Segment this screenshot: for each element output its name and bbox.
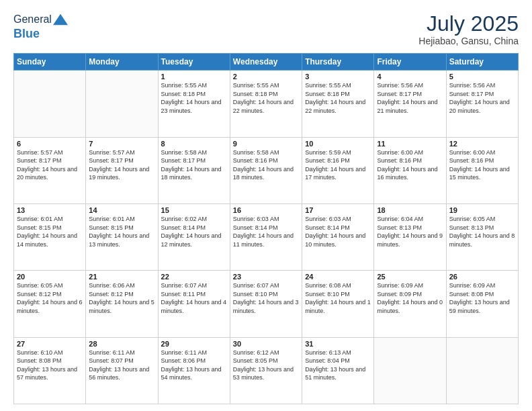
month-title: July 2025 [418, 12, 519, 36]
day-number: 2 [233, 73, 299, 81]
day-number: 23 [233, 273, 299, 281]
table-cell: 20Sunrise: 6:05 AM Sunset: 8:12 PM Dayli… [14, 271, 86, 337]
calendar-week-row: 1Sunrise: 5:55 AM Sunset: 8:18 PM Daylig… [14, 71, 519, 137]
cell-info: Sunrise: 6:00 AM Sunset: 8:16 PM Dayligh… [377, 148, 443, 182]
cell-info: Sunrise: 6:07 AM Sunset: 8:11 PM Dayligh… [161, 281, 227, 315]
day-number: 17 [305, 206, 371, 214]
day-number: 30 [233, 340, 299, 348]
day-number: 15 [161, 206, 227, 214]
cell-info: Sunrise: 6:11 AM Sunset: 8:07 PM Dayligh… [89, 349, 154, 382]
cell-info: Sunrise: 6:07 AM Sunset: 8:10 PM Dayligh… [233, 281, 299, 315]
table-cell: 12Sunrise: 6:00 AM Sunset: 8:16 PM Dayli… [446, 137, 518, 203]
cell-info: Sunrise: 6:11 AM Sunset: 8:06 PM Dayligh… [161, 349, 227, 382]
table-cell: 22Sunrise: 6:07 AM Sunset: 8:11 PM Dayli… [158, 271, 230, 337]
cell-info: Sunrise: 6:02 AM Sunset: 8:14 PM Dayligh… [161, 215, 227, 248]
table-cell: 1Sunrise: 5:55 AM Sunset: 8:18 PM Daylig… [158, 71, 230, 137]
day-number: 27 [17, 340, 83, 348]
day-number: 16 [233, 206, 299, 214]
cell-info: Sunrise: 5:55 AM Sunset: 8:18 PM Dayligh… [233, 81, 299, 115]
table-cell: 3Sunrise: 5:55 AM Sunset: 8:18 PM Daylig… [302, 71, 374, 137]
location-title: Hejiabao, Gansu, China [418, 36, 519, 46]
day-number: 25 [377, 273, 443, 281]
header-monday: Monday [86, 54, 158, 71]
day-number: 14 [89, 206, 154, 214]
logo-blue: Blue [13, 27, 68, 41]
table-cell: 13Sunrise: 6:01 AM Sunset: 8:15 PM Dayli… [14, 203, 86, 270]
title-block: July 2025 Hejiabao, Gansu, China [418, 12, 519, 46]
day-number: 13 [17, 206, 83, 214]
table-cell: 31Sunrise: 6:13 AM Sunset: 8:04 PM Dayli… [302, 337, 374, 404]
header-wednesday: Wednesday [230, 54, 302, 71]
table-cell: 24Sunrise: 6:08 AM Sunset: 8:10 PM Dayli… [302, 271, 374, 337]
day-number: 28 [89, 340, 154, 348]
cell-info: Sunrise: 6:00 AM Sunset: 8:16 PM Dayligh… [449, 148, 515, 182]
page: General Blue July 2025 Hejiabao, Gansu, … [0, 0, 532, 411]
table-cell: 18Sunrise: 6:04 AM Sunset: 8:13 PM Dayli… [374, 203, 446, 270]
table-cell: 27Sunrise: 6:10 AM Sunset: 8:08 PM Dayli… [14, 337, 86, 404]
day-number: 10 [305, 140, 371, 148]
cell-info: Sunrise: 5:55 AM Sunset: 8:18 PM Dayligh… [305, 81, 371, 115]
cell-info: Sunrise: 5:58 AM Sunset: 8:16 PM Dayligh… [233, 148, 299, 182]
day-number: 7 [89, 140, 154, 148]
table-cell [374, 337, 446, 404]
logo: General Blue [13, 12, 68, 41]
cell-info: Sunrise: 6:03 AM Sunset: 8:14 PM Dayligh… [305, 215, 371, 248]
cell-info: Sunrise: 6:08 AM Sunset: 8:10 PM Dayligh… [305, 281, 371, 315]
cell-info: Sunrise: 5:56 AM Sunset: 8:17 PM Dayligh… [377, 81, 443, 115]
cell-info: Sunrise: 6:05 AM Sunset: 8:12 PM Dayligh… [17, 281, 83, 315]
header-saturday: Saturday [446, 54, 518, 71]
table-cell: 11Sunrise: 6:00 AM Sunset: 8:16 PM Dayli… [374, 137, 446, 203]
cell-info: Sunrise: 6:01 AM Sunset: 8:15 PM Dayligh… [89, 215, 154, 248]
table-cell: 10Sunrise: 5:59 AM Sunset: 8:16 PM Dayli… [302, 137, 374, 203]
cell-info: Sunrise: 6:12 AM Sunset: 8:05 PM Dayligh… [233, 349, 299, 382]
cell-info: Sunrise: 6:09 AM Sunset: 8:08 PM Dayligh… [449, 281, 515, 315]
calendar-week-row: 20Sunrise: 6:05 AM Sunset: 8:12 PM Dayli… [14, 271, 519, 337]
table-cell: 23Sunrise: 6:07 AM Sunset: 8:10 PM Dayli… [230, 271, 302, 337]
day-number: 20 [17, 273, 83, 281]
day-number: 26 [449, 273, 515, 281]
day-number: 22 [161, 273, 227, 281]
day-number: 5 [449, 73, 515, 81]
day-number: 18 [377, 206, 443, 214]
svg-marker-0 [53, 14, 68, 26]
cell-info: Sunrise: 6:06 AM Sunset: 8:12 PM Dayligh… [89, 281, 154, 315]
table-cell: 26Sunrise: 6:09 AM Sunset: 8:08 PM Dayli… [446, 271, 518, 337]
day-number: 24 [305, 273, 371, 281]
table-cell: 4Sunrise: 5:56 AM Sunset: 8:17 PM Daylig… [374, 71, 446, 137]
day-number: 12 [449, 140, 515, 148]
header-thursday: Thursday [302, 54, 374, 71]
cell-info: Sunrise: 6:03 AM Sunset: 8:14 PM Dayligh… [233, 215, 299, 248]
day-number: 21 [89, 273, 154, 281]
table-cell: 16Sunrise: 6:03 AM Sunset: 8:14 PM Dayli… [230, 203, 302, 270]
header-friday: Friday [374, 54, 446, 71]
cell-info: Sunrise: 5:57 AM Sunset: 8:17 PM Dayligh… [89, 148, 154, 182]
table-cell: 17Sunrise: 6:03 AM Sunset: 8:14 PM Dayli… [302, 203, 374, 270]
table-cell: 29Sunrise: 6:11 AM Sunset: 8:06 PM Dayli… [158, 337, 230, 404]
cell-info: Sunrise: 6:01 AM Sunset: 8:15 PM Dayligh… [17, 215, 83, 248]
day-number: 1 [161, 73, 227, 81]
table-cell: 6Sunrise: 5:57 AM Sunset: 8:17 PM Daylig… [14, 137, 86, 203]
day-number: 4 [377, 73, 443, 81]
calendar-week-row: 13Sunrise: 6:01 AM Sunset: 8:15 PM Dayli… [14, 203, 519, 270]
weekday-header-row: Sunday Monday Tuesday Wednesday Thursday… [14, 54, 519, 71]
table-cell: 8Sunrise: 5:58 AM Sunset: 8:17 PM Daylig… [158, 137, 230, 203]
day-number: 19 [449, 206, 515, 214]
table-cell: 30Sunrise: 6:12 AM Sunset: 8:05 PM Dayli… [230, 337, 302, 404]
cell-info: Sunrise: 6:05 AM Sunset: 8:13 PM Dayligh… [449, 215, 515, 248]
cell-info: Sunrise: 6:13 AM Sunset: 8:04 PM Dayligh… [305, 349, 371, 382]
table-cell: 5Sunrise: 5:56 AM Sunset: 8:17 PM Daylig… [446, 71, 518, 137]
table-cell: 19Sunrise: 6:05 AM Sunset: 8:13 PM Dayli… [446, 203, 518, 270]
day-number: 9 [233, 140, 299, 148]
table-cell: 9Sunrise: 5:58 AM Sunset: 8:16 PM Daylig… [230, 137, 302, 203]
table-cell: 7Sunrise: 5:57 AM Sunset: 8:17 PM Daylig… [86, 137, 158, 203]
cell-info: Sunrise: 6:10 AM Sunset: 8:08 PM Dayligh… [17, 349, 83, 382]
cell-info: Sunrise: 5:59 AM Sunset: 8:16 PM Dayligh… [305, 148, 371, 182]
logo-icon [53, 12, 68, 27]
day-number: 11 [377, 140, 443, 148]
day-number: 29 [161, 340, 227, 348]
cell-info: Sunrise: 5:55 AM Sunset: 8:18 PM Dayligh… [161, 81, 227, 115]
table-cell: 21Sunrise: 6:06 AM Sunset: 8:12 PM Dayli… [86, 271, 158, 337]
table-cell: 28Sunrise: 6:11 AM Sunset: 8:07 PM Dayli… [86, 337, 158, 404]
header-tuesday: Tuesday [158, 54, 230, 71]
table-cell [446, 337, 518, 404]
